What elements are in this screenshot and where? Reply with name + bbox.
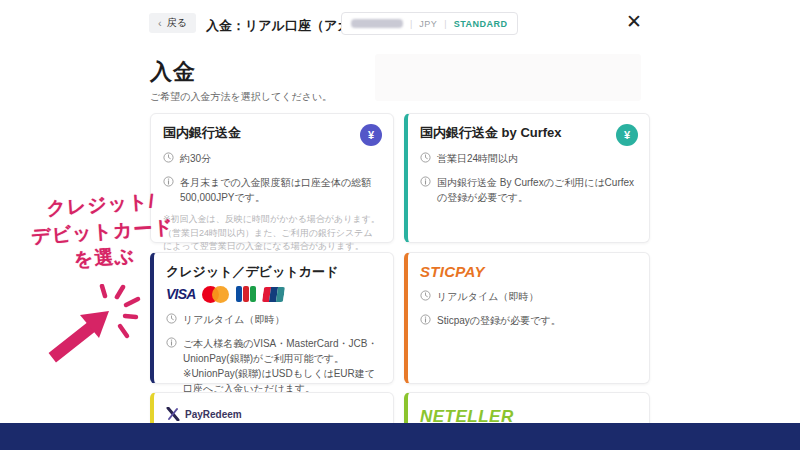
method-title: 国内銀行送金 — [163, 124, 381, 142]
card-brand-logos: VISA — [166, 285, 381, 303]
method-detail: 各月末までの入金限度額は口座全体の総額500,000JPYです。 — [180, 175, 381, 205]
method-card-credit-debit[interactable]: クレジット／デビットカード VISA リアルタイム（即時） ご本人様名義のVIS… — [150, 252, 394, 384]
method-card-curfex[interactable]: 国内銀行送金 by Curfex ¥ 営業日24時間以内 国内銀行送金 By C… — [404, 113, 650, 243]
bottom-bar — [0, 423, 800, 450]
deposit-modal: ‹ 戻る 入金：リアル口座（アカウント） | JPY | STANDARD ✕ … — [0, 0, 800, 450]
method-detail: 営業日24時間以内 — [437, 151, 518, 166]
clock-icon — [420, 290, 431, 301]
account-currency: JPY — [419, 19, 437, 29]
clock-icon — [166, 313, 177, 324]
method-detail: 約30分 — [180, 151, 211, 166]
sticpay-logo: STICPAY — [420, 263, 637, 280]
annotation-text: クレジット/ デビットカード を選ぶ — [0, 185, 208, 279]
info-icon — [420, 176, 431, 187]
method-detail: Sticpayの登録が必要です。 — [437, 313, 561, 328]
info-icon — [166, 337, 177, 348]
clock-icon — [163, 152, 174, 163]
method-detail: 国内銀行送金 By Curfexのご利用にはCurfexの登録が必要です。 — [437, 175, 637, 205]
click-cursor-icon — [45, 284, 145, 369]
close-icon[interactable]: ✕ — [620, 8, 648, 36]
redacted-area — [375, 54, 641, 101]
method-detail: リアルタイム（即時） — [183, 312, 284, 327]
method-title: 国内銀行送金 by Curfex — [420, 124, 637, 142]
account-plan-badge: STANDARD — [454, 19, 508, 29]
yen-icon: ¥ — [360, 124, 382, 146]
page-subtitle: ご希望の入金方法を選択してください。 — [150, 90, 332, 104]
method-card-sticpay[interactable]: STICPAY リアルタイム（即時） Sticpayの登録が必要です。 — [404, 252, 650, 384]
method-detail: リアルタイム（即時） — [437, 289, 538, 304]
method-detail: ご本人様名義のVISA・MasterCard・JCB・UnionPay(銀聯)が… — [183, 336, 381, 396]
method-title: クレジット／デビットカード — [166, 263, 381, 281]
back-button-label: 戻る — [167, 16, 187, 30]
account-badge: | JPY | STANDARD — [341, 12, 518, 35]
yen-icon: ¥ — [616, 124, 638, 146]
unionpay-logo — [262, 287, 285, 302]
clock-icon — [420, 152, 431, 163]
info-icon — [163, 176, 174, 187]
mastercard-logo — [202, 286, 229, 303]
badge-separator: | — [444, 19, 446, 29]
info-icon — [420, 314, 431, 325]
visa-logo: VISA — [166, 286, 195, 302]
account-number-redacted — [351, 19, 403, 28]
payredeem-logo: PayRedeem — [185, 409, 242, 420]
back-button[interactable]: ‹ 戻る — [149, 13, 196, 33]
chevron-left-icon: ‹ — [158, 17, 162, 29]
page-title: 入金 — [150, 57, 196, 87]
payredeem-logo-icon — [166, 407, 180, 421]
jcb-logo — [236, 286, 256, 302]
badge-separator: | — [410, 19, 412, 29]
